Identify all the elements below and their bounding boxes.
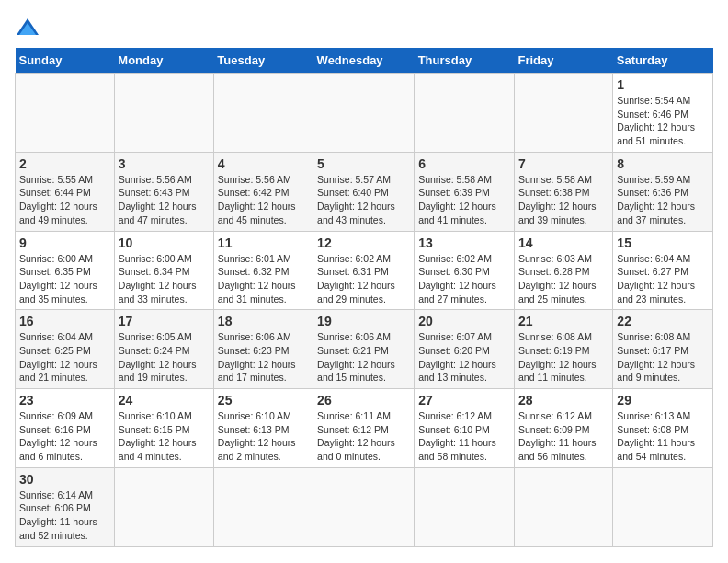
day-number: 18 [218,314,309,328]
calendar-day-cell: 18Sunrise: 6:06 AMSunset: 6:23 PMDayligh… [213,310,313,389]
day-info: Sunrise: 6:02 AMSunset: 6:30 PMDaylight:… [418,252,510,306]
day-info: Sunrise: 5:56 AMSunset: 6:42 PMDaylight:… [218,173,309,227]
calendar-day-cell: 6Sunrise: 5:58 AMSunset: 6:39 PMDaylight… [415,152,515,231]
calendar-day-cell [415,467,515,546]
weekday-header: Thursday [415,48,515,74]
day-info: Sunrise: 6:13 AMSunset: 6:08 PMDaylight:… [617,409,709,464]
calendar-day-cell [313,467,415,546]
calendar-day-cell: 3Sunrise: 5:56 AMSunset: 6:43 PMDaylight… [114,152,213,231]
calendar-day-cell [613,467,713,546]
day-number: 29 [617,393,709,408]
day-number: 28 [518,393,609,408]
calendar-day-cell: 10Sunrise: 6:00 AMSunset: 6:34 PMDayligh… [114,231,213,310]
day-info: Sunrise: 5:54 AMSunset: 6:46 PMDaylight:… [617,94,709,148]
day-info: Sunrise: 6:11 AMSunset: 6:12 PMDaylight:… [317,409,410,464]
calendar-day-cell: 12Sunrise: 6:02 AMSunset: 6:31 PMDayligh… [313,231,415,310]
day-number: 30 [19,472,110,487]
day-info: Sunrise: 6:06 AMSunset: 6:21 PMDaylight:… [317,330,410,385]
day-number: 1 [617,77,709,92]
day-info: Sunrise: 6:05 AMSunset: 6:24 PMDaylight:… [119,330,210,385]
day-number: 7 [518,156,609,171]
logo-icon [15,15,40,40]
calendar-day-cell [514,467,612,546]
day-number: 20 [418,314,510,328]
calendar-week-row: 30Sunrise: 6:14 AMSunset: 6:06 PMDayligh… [16,467,713,546]
calendar-day-cell [16,74,115,153]
calendar-day-cell: 15Sunrise: 6:04 AMSunset: 6:27 PMDayligh… [613,231,713,310]
day-number: 26 [317,393,410,408]
calendar-week-row: 1Sunrise: 5:54 AMSunset: 6:46 PMDaylight… [16,74,713,153]
day-info: Sunrise: 5:58 AMSunset: 6:38 PMDaylight:… [518,173,609,227]
day-number: 22 [617,314,709,328]
day-info: Sunrise: 6:12 AMSunset: 6:10 PMDaylight:… [418,409,510,464]
calendar-day-cell: 13Sunrise: 6:02 AMSunset: 6:30 PMDayligh… [415,231,515,310]
calendar-day-cell [514,74,612,153]
weekday-header: Wednesday [313,48,415,74]
day-info: Sunrise: 5:55 AMSunset: 6:44 PMDaylight:… [19,173,110,227]
calendar-week-row: 9Sunrise: 6:00 AMSunset: 6:35 PMDaylight… [16,231,713,310]
calendar-day-cell: 17Sunrise: 6:05 AMSunset: 6:24 PMDayligh… [114,310,213,389]
day-info: Sunrise: 6:01 AMSunset: 6:32 PMDaylight:… [218,252,309,306]
day-info: Sunrise: 6:00 AMSunset: 6:35 PMDaylight:… [19,252,110,306]
day-info: Sunrise: 6:10 AMSunset: 6:15 PMDaylight:… [119,409,210,464]
day-info: Sunrise: 5:58 AMSunset: 6:39 PMDaylight:… [418,173,510,227]
day-info: Sunrise: 6:07 AMSunset: 6:20 PMDaylight:… [418,330,510,385]
day-number: 16 [19,314,110,328]
calendar-day-cell: 8Sunrise: 5:59 AMSunset: 6:36 PMDaylight… [613,152,713,231]
day-number: 14 [518,236,609,250]
header-row: SundayMondayTuesdayWednesdayThursdayFrid… [16,48,713,74]
calendar-day-cell: 27Sunrise: 6:12 AMSunset: 6:10 PMDayligh… [415,389,515,468]
calendar-table: SundayMondayTuesdayWednesdayThursdayFrid… [15,48,713,547]
day-number: 6 [418,156,510,171]
day-info: Sunrise: 6:08 AMSunset: 6:19 PMDaylight:… [518,330,609,385]
day-number: 15 [617,236,709,250]
day-info: Sunrise: 6:06 AMSunset: 6:23 PMDaylight:… [218,330,309,385]
calendar-day-cell: 5Sunrise: 5:57 AMSunset: 6:40 PMDaylight… [313,152,415,231]
calendar-week-row: 16Sunrise: 6:04 AMSunset: 6:25 PMDayligh… [16,310,713,389]
header [15,15,713,40]
day-info: Sunrise: 6:14 AMSunset: 6:06 PMDaylight:… [19,488,110,543]
calendar-day-cell: 22Sunrise: 6:08 AMSunset: 6:17 PMDayligh… [613,310,713,389]
weekday-header: Sunday [16,48,115,74]
day-number: 3 [119,156,210,171]
calendar-day-cell: 20Sunrise: 6:07 AMSunset: 6:20 PMDayligh… [415,310,515,389]
day-number: 25 [218,393,309,408]
weekday-header: Saturday [613,48,713,74]
calendar-day-cell: 16Sunrise: 6:04 AMSunset: 6:25 PMDayligh… [16,310,115,389]
day-number: 8 [617,156,709,171]
calendar-day-cell: 28Sunrise: 6:12 AMSunset: 6:09 PMDayligh… [514,389,612,468]
day-info: Sunrise: 6:04 AMSunset: 6:27 PMDaylight:… [617,252,709,306]
day-number: 10 [119,236,210,250]
day-info: Sunrise: 6:12 AMSunset: 6:09 PMDaylight:… [518,409,609,464]
calendar-day-cell: 4Sunrise: 5:56 AMSunset: 6:42 PMDaylight… [213,152,313,231]
calendar-day-cell: 1Sunrise: 5:54 AMSunset: 6:46 PMDaylight… [613,74,713,153]
calendar-week-row: 23Sunrise: 6:09 AMSunset: 6:16 PMDayligh… [16,389,713,468]
calendar-day-cell: 7Sunrise: 5:58 AMSunset: 6:38 PMDaylight… [514,152,612,231]
day-number: 5 [317,156,410,171]
weekday-header: Monday [114,48,213,74]
calendar-day-cell: 29Sunrise: 6:13 AMSunset: 6:08 PMDayligh… [613,389,713,468]
day-number: 23 [19,393,110,408]
calendar-day-cell: 21Sunrise: 6:08 AMSunset: 6:19 PMDayligh… [514,310,612,389]
day-number: 24 [119,393,210,408]
calendar-day-cell: 9Sunrise: 6:00 AMSunset: 6:35 PMDaylight… [16,231,115,310]
day-number: 12 [317,236,410,250]
calendar-day-cell [114,467,213,546]
calendar-day-cell: 23Sunrise: 6:09 AMSunset: 6:16 PMDayligh… [16,389,115,468]
day-info: Sunrise: 6:03 AMSunset: 6:28 PMDaylight:… [518,252,609,306]
calendar-day-cell: 19Sunrise: 6:06 AMSunset: 6:21 PMDayligh… [313,310,415,389]
day-info: Sunrise: 6:10 AMSunset: 6:13 PMDaylight:… [218,409,309,464]
day-number: 19 [317,314,410,328]
calendar-day-cell: 11Sunrise: 6:01 AMSunset: 6:32 PMDayligh… [213,231,313,310]
day-info: Sunrise: 6:09 AMSunset: 6:16 PMDaylight:… [19,409,110,464]
day-info: Sunrise: 6:02 AMSunset: 6:31 PMDaylight:… [317,252,410,306]
day-number: 11 [218,236,309,250]
day-number: 4 [218,156,309,171]
logo [15,15,44,40]
day-info: Sunrise: 5:56 AMSunset: 6:43 PMDaylight:… [119,173,210,227]
calendar-day-cell: 14Sunrise: 6:03 AMSunset: 6:28 PMDayligh… [514,231,612,310]
calendar-day-cell: 2Sunrise: 5:55 AMSunset: 6:44 PMDaylight… [16,152,115,231]
calendar-day-cell [114,74,213,153]
day-info: Sunrise: 6:04 AMSunset: 6:25 PMDaylight:… [19,330,110,385]
calendar-week-row: 2Sunrise: 5:55 AMSunset: 6:44 PMDaylight… [16,152,713,231]
